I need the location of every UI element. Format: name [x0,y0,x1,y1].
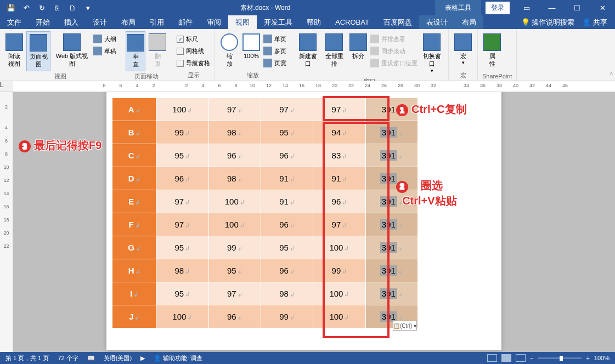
table-cell[interactable]: 391↲ [365,213,417,236]
table-cell[interactable]: 99↲ [261,305,313,328]
row-header[interactable]: G↲ [112,236,156,259]
ruler-checkbox[interactable]: ✓标尺 [177,33,210,44]
table-row[interactable]: C↲95↲96↲96↲83↲391↲ [112,144,418,167]
table-cell[interactable]: 97↲ [261,98,313,121]
table-cell[interactable]: 96↲ [261,259,313,282]
table-cell[interactable]: 391↲ [365,121,417,144]
tab-insert[interactable]: 插入 [57,15,86,29]
table-row[interactable]: I↲95↲97↲98↲100↲391↲ [112,282,418,305]
tab-acrobat[interactable]: ACROBAT [328,15,376,29]
split-button[interactable]: 拆分 [348,31,368,62]
status-spellcheck-icon[interactable]: 📖 [87,355,95,362]
tab-help[interactable]: 帮助 [300,15,328,29]
draft-view-button[interactable]: 草稿 [93,46,116,56]
zoom-button[interactable]: 缩 放 [219,31,239,70]
table-row[interactable]: H↲98↲95↲96↲99↲391↲ [112,259,418,282]
table-cell[interactable]: 96↲ [261,144,313,167]
qat-tool2[interactable]: 🗋 [65,0,80,15]
login-button[interactable]: 登录 [486,2,510,14]
table-cell[interactable]: 96↲ [208,144,261,167]
table-cell[interactable]: 391↲ [365,259,417,282]
reading-view-button[interactable]: 阅读 视图 [4,31,24,70]
table-cell[interactable]: 98↲ [156,259,208,282]
table-cell[interactable]: 96↲ [156,167,208,190]
table-cell[interactable]: 96↲ [208,305,261,328]
table-row[interactable]: E↲97↲100↲91↲96↲391↲ [112,190,418,213]
tab-design[interactable]: 设计 [86,15,114,29]
print-layout-button[interactable]: 页面视图 [26,31,50,71]
view-mode-web-icon[interactable] [516,354,526,362]
switch-window-button[interactable]: 切换窗口▾ [420,31,444,76]
table-cell[interactable]: 95↲ [156,282,208,305]
vertical-button[interactable]: 垂 直 [126,31,145,71]
table-cell[interactable]: 391↲ [365,236,417,259]
table-cell[interactable]: 91↲ [261,167,313,190]
table-cell[interactable]: 98↲ [261,282,313,305]
gridlines-checkbox[interactable]: 网格线 [177,46,210,56]
table-cell[interactable]: 97↲ [313,213,365,236]
page-canvas[interactable]: A↲100↲97↲97↲97↲391↲B↲99↲98↲95↲94↲391↲C↲9… [13,92,615,352]
tab-table-layout[interactable]: 布局 [455,15,483,29]
save-button[interactable]: 💾 [3,0,19,15]
table-cell[interactable]: 100↲ [156,305,208,328]
table-row[interactable]: F↲97↲100↲96↲97↲391↲ [112,213,418,236]
table-cell[interactable]: 99↲ [156,121,208,144]
table-cell[interactable]: 96↲ [261,213,313,236]
table-cell[interactable]: 100↲ [208,190,261,213]
ribbon-display-button[interactable]: ▭ [514,0,539,15]
share-button[interactable]: 👤 共享 [582,18,607,27]
arrange-all-button[interactable]: 全部重排 [322,31,346,70]
data-table[interactable]: A↲100↲97↲97↲97↲391↲B↲99↲98↲95↲94↲391↲C↲9… [112,98,418,328]
properties-button[interactable]: 属 性 [482,31,502,70]
ruler-horizontal[interactable]: L 86422468101214161820222426283032343638… [0,81,615,92]
row-header[interactable]: H↲ [112,259,156,282]
table-row[interactable]: D↲96↲98↲91↲91↲391↲ [112,167,418,190]
status-word-count[interactable]: 72 个字 [58,354,78,362]
tab-home[interactable]: 开始 [29,15,57,29]
close-button[interactable]: ✕ [590,0,615,15]
table-cell[interactable]: 94↲ [313,121,365,144]
row-header[interactable]: C↲ [112,144,156,167]
view-mode-print-icon[interactable] [501,354,511,362]
outline-view-button[interactable]: 大纲 [93,33,116,44]
qat-dropdown[interactable]: ▾ [80,0,95,15]
row-header[interactable]: F↲ [112,213,156,236]
table-cell[interactable]: 98↲ [208,121,261,144]
row-header[interactable]: E↲ [112,190,156,213]
table-cell[interactable]: 95↲ [208,259,261,282]
table-cell[interactable]: 91↲ [261,190,313,213]
table-cell[interactable]: 391↲ [365,282,417,305]
view-mode-read-icon[interactable] [487,354,497,362]
status-language[interactable]: 英语(美国) [104,354,132,362]
table-cell[interactable]: 99↲ [208,236,261,259]
qat-tool1[interactable]: ⎘ [49,0,65,15]
side-to-side-button[interactable]: 翻 页 [148,31,167,70]
table-cell[interactable]: 97↲ [313,98,365,121]
table-cell[interactable]: 95↲ [156,144,208,167]
tell-me[interactable]: 💡 操作说明搜索 [521,18,575,27]
table-row[interactable]: B↲99↲98↲95↲94↲391↲ [112,121,418,144]
table-cell[interactable]: 97↲ [156,190,208,213]
zoom-percent[interactable]: 100% [594,355,610,361]
table-cell[interactable]: 99↲ [313,259,365,282]
redo-button[interactable]: ↻ [34,0,49,15]
row-header[interactable]: J↲ [112,305,156,328]
minimize-button[interactable]: — [539,0,565,15]
table-cell[interactable]: 95↲ [261,121,313,144]
status-accessibility[interactable]: 👤 辅助功能: 调查 [154,354,202,362]
undo-button[interactable]: ↶ [19,0,34,15]
table-cell[interactable]: 97↲ [208,282,261,305]
status-page[interactable]: 第 1 页，共 1 页 [5,354,49,362]
table-row[interactable]: G↲95↲99↲95↲100↲391↲ [112,236,418,259]
table-cell[interactable]: 96↲ [313,190,365,213]
zoom-out-button[interactable]: − [530,355,533,361]
status-macro-icon[interactable]: ▶ [140,355,145,362]
one-page-button[interactable]: 单页 [263,33,286,44]
tab-file[interactable]: 文件 [0,15,29,29]
navigation-checkbox[interactable]: 导航窗格 [177,58,210,69]
maximize-button[interactable]: ☐ [565,0,590,15]
document-page[interactable]: A↲100↲97↲97↲97↲391↲B↲99↲98↲95↲94↲391↲C↲9… [106,92,501,350]
row-header[interactable]: D↲ [112,167,156,190]
row-header[interactable]: A↲ [112,98,156,121]
table-cell[interactable]: 100↲ [313,236,365,259]
